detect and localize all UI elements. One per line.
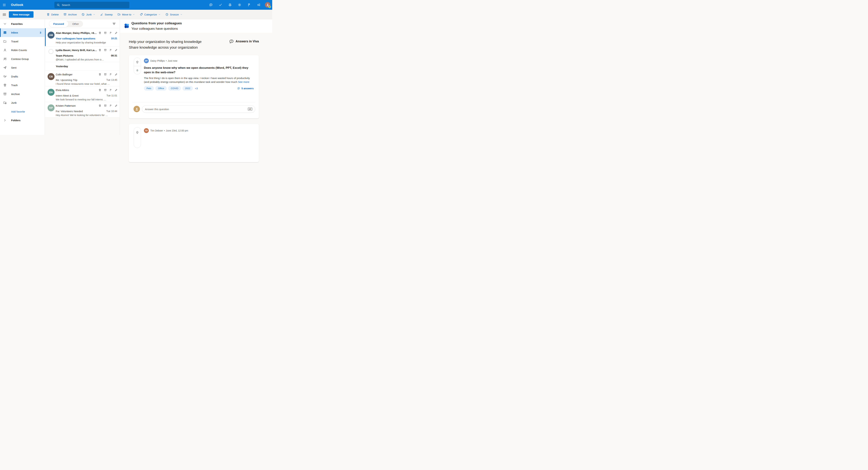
upvote-icon <box>135 60 139 64</box>
sidebar-item-junk[interactable]: Junk <box>0 98 44 107</box>
account-avatar[interactable] <box>265 2 271 8</box>
add-favorite-link[interactable]: Add favorite <box>0 107 44 116</box>
more-tags-link[interactable]: +3 <box>195 87 198 90</box>
chat-icon[interactable] <box>208 2 214 8</box>
row-hover-actions <box>98 31 118 34</box>
pin-icon[interactable] <box>115 31 118 34</box>
folders-header[interactable]: Folders <box>0 116 44 125</box>
sidebar-item-inbox[interactable]: Inbox 3 <box>0 28 44 37</box>
sidebar-item-robin-counts[interactable]: Robin Counts <box>0 46 44 55</box>
message-list: Focused Other AM Alan Munger, Daisy Phil… <box>45 20 120 135</box>
trash-icon[interactable] <box>98 73 101 76</box>
delete-button[interactable]: Delete <box>46 13 59 16</box>
whats-new-megaphone-icon[interactable] <box>255 2 262 8</box>
pin-icon[interactable] <box>115 89 118 91</box>
upvote-button[interactable] <box>134 127 141 135</box>
notifications-bell-icon[interactable]: 8 <box>227 2 233 8</box>
tab-other[interactable]: Other <box>68 21 83 27</box>
answer-input-box[interactable]: GIF <box>142 106 255 113</box>
sidebar-item-travel[interactable]: Travel <box>0 37 44 46</box>
pin-icon[interactable] <box>115 73 118 76</box>
date-group-header: Yesterday <box>45 62 120 71</box>
snooze-button[interactable]: Snooze <box>165 13 182 16</box>
archive-icon[interactable] <box>104 49 107 52</box>
pin-icon[interactable] <box>115 49 118 52</box>
archive-icon[interactable] <box>104 89 107 91</box>
flag-icon[interactable] <box>109 104 112 107</box>
question-meta: Daisy Phillips • Just now <box>150 59 177 62</box>
app-title: Outlook <box>11 0 23 10</box>
email-row[interactable]: KP Kristen Patterson Fw: Volunteers Need… <box>45 102 120 118</box>
archive-icon[interactable] <box>104 104 107 107</box>
new-message-button[interactable]: New message <box>9 11 33 18</box>
top-bar-actions: 8 <box>208 0 271 10</box>
archive-icon <box>3 92 7 96</box>
trash-icon[interactable] <box>98 49 101 52</box>
flag-icon[interactable] <box>246 2 252 8</box>
email-row[interactable]: CB Colin Ballinger Re: Upcoming Trip Tue… <box>45 71 120 86</box>
move-to-button[interactable]: Move to <box>117 13 135 16</box>
sidebar-item-sent[interactable]: Sent <box>0 63 44 72</box>
categorize-button[interactable]: Categorize <box>140 13 161 16</box>
trash-icon[interactable] <box>98 104 101 107</box>
unread-count-badge: 3 <box>40 31 41 34</box>
email-rows: AM Alan Munger, Daisy Phillips, +6… Your… <box>45 28 120 118</box>
author-name[interactable]: Tim Deboer <box>150 129 163 132</box>
folder-sidebar: Favorites Inbox 3 Travel Robin Counts Co… <box>0 20 45 135</box>
trash-icon <box>46 13 50 16</box>
question-title: Does anyone know why when we open docume… <box>144 66 253 75</box>
select-circle[interactable] <box>49 49 53 54</box>
tag-pill[interactable]: 2022 <box>182 86 193 91</box>
sidebar-item-contoso-group[interactable]: Contoso Group <box>0 55 44 63</box>
sweep-button[interactable]: Sweep <box>100 13 113 16</box>
flag-icon[interactable] <box>109 31 112 34</box>
settings-gear-icon[interactable] <box>236 2 243 8</box>
archive-icon[interactable] <box>104 73 107 76</box>
trash-icon[interactable] <box>98 89 101 91</box>
tag-pill[interactable]: Pets <box>144 86 154 91</box>
app-launcher-button[interactable] <box>0 0 8 10</box>
mail-actions: Delete Archive Junk Sweep Move to <box>46 10 182 19</box>
chevron-down-icon <box>3 22 7 26</box>
vote-count: 0 <box>134 66 141 74</box>
author-name[interactable]: Daisy Phillips <box>150 59 165 62</box>
filter-icon[interactable] <box>112 22 116 26</box>
flag-icon[interactable] <box>109 89 112 91</box>
tag-pill[interactable]: COVID <box>168 86 181 91</box>
trash-icon[interactable] <box>98 31 101 34</box>
presence-available-dot <box>269 6 271 8</box>
email-row[interactable]: EA Elvia Atkins Intern Meet & Greet Tue … <box>45 86 120 102</box>
tab-focused[interactable]: Focused <box>49 21 68 27</box>
pin-icon[interactable] <box>115 104 118 107</box>
row-hover-actions <box>98 49 118 52</box>
email-row[interactable]: AM Alan Munger, Daisy Phillips, +6… Your… <box>45 28 120 47</box>
archive-button[interactable]: Archive <box>63 13 77 16</box>
avatar: EA <box>48 89 55 96</box>
sidebar-item-trash[interactable]: Trash <box>0 81 44 90</box>
email-row[interactable]: Lydia Bauer, Henry Brill, Kat La… Team P… <box>45 47 120 62</box>
search-bar[interactable] <box>54 2 129 8</box>
block-icon <box>82 13 85 16</box>
sidebar-item-drafts[interactable]: Drafts <box>0 72 44 81</box>
avatar: AM <box>48 32 55 38</box>
clock-icon <box>165 13 168 16</box>
answer-input[interactable] <box>145 108 246 111</box>
outlook-app: Outlook 8 New message <box>0 0 272 135</box>
search-input[interactable] <box>62 3 127 6</box>
tag-pill[interactable]: Office <box>155 86 167 91</box>
gif-button[interactable]: GIF <box>248 108 252 111</box>
flag-icon[interactable] <box>109 49 112 52</box>
answers-link[interactable]: 5 answers <box>237 87 254 90</box>
flag-icon[interactable] <box>109 73 112 76</box>
archive-icon[interactable] <box>104 31 107 34</box>
hamburger-menu-icon[interactable] <box>2 12 7 17</box>
see-more-link[interactable]: See more <box>238 81 249 83</box>
move-folder-icon <box>117 13 121 16</box>
question-card: TD Tim Deboer • June 23rd, 12:00 pm <box>129 124 259 135</box>
sidebar-item-archive[interactable]: Archive <box>0 90 44 98</box>
todo-check-icon[interactable] <box>217 2 224 8</box>
favorites-header[interactable]: Favorites <box>0 20 44 28</box>
junk-button[interactable]: Junk <box>82 13 95 16</box>
message-header: Questions from your colleagues Your coll… <box>120 20 272 33</box>
upvote-button[interactable] <box>134 58 141 66</box>
